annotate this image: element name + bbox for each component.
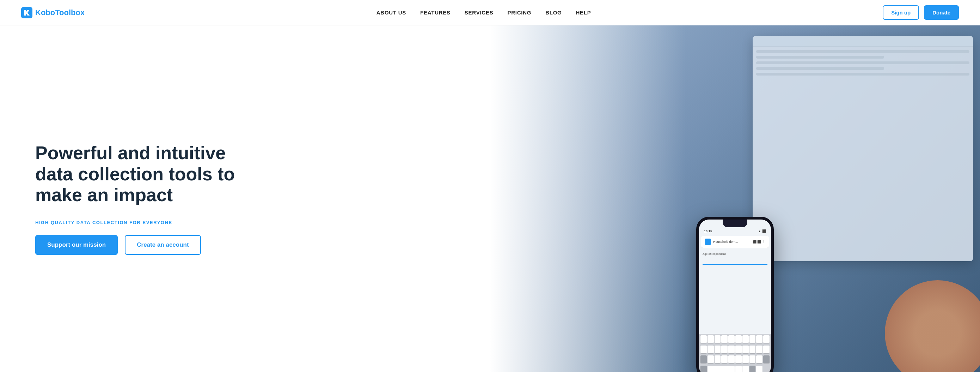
phone-screen: 10:15 ▲ ⬛ Household dem... ⬛ ⬛ ⋮ Age of … <box>699 220 771 372</box>
hero-subtitle: HIGH QUALITY DATA COLLECTION FOR EVERYON… <box>35 220 462 225</box>
nav-menu: ABOUT US FEATURES SERVICES PRICING BLOG … <box>377 10 591 16</box>
keyboard-key <box>700 345 707 353</box>
keyboard-key <box>728 355 735 363</box>
keyboard-key <box>735 345 742 353</box>
signup-button[interactable]: Sign up <box>883 5 919 20</box>
nav-item-help[interactable]: HELP <box>576 10 591 16</box>
keyboard-key <box>721 335 728 343</box>
keyboard-key <box>728 335 735 343</box>
navbar: KoboToolbox ABOUT US FEATURES SERVICES P… <box>0 0 980 26</box>
hero-buttons: Support our mission Create an account <box>35 235 462 255</box>
keyboard-key <box>735 366 742 372</box>
logo-link[interactable]: KoboToolbox <box>21 7 84 18</box>
phone-form-input <box>703 257 767 265</box>
phone-app-header: Household dem... ⬛ ⬛ ⋮ <box>701 236 769 248</box>
keyboard-key <box>763 335 770 343</box>
app-title: Household dem... <box>713 240 738 244</box>
keyboard-spacebar <box>708 366 735 372</box>
keyboard-key <box>700 335 707 343</box>
nav-item-pricing[interactable]: PRICING <box>507 10 531 16</box>
screen-content-line <box>756 61 970 64</box>
keyboard-key <box>756 335 762 343</box>
keyboard-key <box>708 335 714 343</box>
navbar-actions: Sign up Donate <box>883 5 959 20</box>
screen-content-line <box>756 73 970 75</box>
phone-header-icons: ⬛ ⬛ ⋮ <box>752 240 765 244</box>
donate-button[interactable]: Donate <box>924 5 959 20</box>
phone-mockup: 10:15 ▲ ⬛ Household dem... ⬛ ⬛ ⋮ Age of … <box>696 217 774 372</box>
keyboard-key <box>714 355 721 363</box>
keyboard-key <box>708 355 714 363</box>
keyboard-key <box>700 366 707 372</box>
keyboard-key <box>742 335 749 343</box>
keyboard-key <box>721 345 728 353</box>
screen-content-line <box>756 56 884 59</box>
screen-content-line <box>756 50 970 53</box>
kobo-logo-icon <box>21 7 32 18</box>
nav-item-about-us[interactable]: ABOUT US <box>377 10 406 16</box>
phone-form-label: Age of respondent <box>703 252 767 255</box>
phone-time: 10:15 <box>704 230 712 233</box>
create-account-button[interactable]: Create an account <box>125 235 200 255</box>
hero-right-panel: 10:15 ▲ ⬛ Household dem... ⬛ ⬛ ⋮ Age of … <box>490 26 980 372</box>
keyboard-key <box>700 355 707 363</box>
keyboard-key <box>735 335 742 343</box>
phone-notch <box>723 220 747 227</box>
laptop-screen-card <box>752 36 973 261</box>
keyboard-key <box>742 345 749 353</box>
keyboard-key <box>756 366 762 372</box>
nav-item-blog[interactable]: BLOG <box>545 10 562 16</box>
laptop-screen-body <box>752 46 973 82</box>
keyboard-key <box>714 345 721 353</box>
phone-signal-icons: ▲ ⬛ <box>758 230 766 233</box>
keyboard-key <box>708 345 714 353</box>
keyboard-key <box>749 335 756 343</box>
screen-content-line <box>756 67 884 70</box>
nav-item-services[interactable]: SERVICES <box>465 10 493 16</box>
keyboard-key <box>728 345 735 353</box>
keyboard-key <box>749 355 756 363</box>
phone-form-area: Age of respondent <box>699 249 771 273</box>
app-icon <box>705 239 711 245</box>
keyboard-key <box>749 366 756 372</box>
phone-keyboard <box>699 334 771 372</box>
support-mission-button[interactable]: Support our mission <box>35 235 118 255</box>
hero-title: Powerful and intuitive data collection t… <box>35 142 240 206</box>
hero-left-panel: Powerful and intuitive data collection t… <box>0 26 490 372</box>
nav-item-features[interactable]: FEATURES <box>420 10 450 16</box>
keyboard-key <box>749 345 756 353</box>
hero-section: Powerful and intuitive data collection t… <box>0 26 980 372</box>
keyboard-key <box>721 355 728 363</box>
keyboard-key <box>714 335 721 343</box>
hero-background-image: 10:15 ▲ ⬛ Household dem... ⬛ ⬛ ⋮ Age of … <box>490 26 980 372</box>
laptop-screen-header <box>752 36 973 46</box>
logo-text: KoboToolbox <box>35 8 84 17</box>
keyboard-key <box>763 345 770 353</box>
keyboard-key <box>756 345 762 353</box>
keyboard-key <box>735 355 742 363</box>
keyboard-key <box>742 366 749 372</box>
keyboard-key <box>742 355 749 363</box>
keyboard-key <box>756 355 762 363</box>
keyboard-key <box>763 355 770 363</box>
